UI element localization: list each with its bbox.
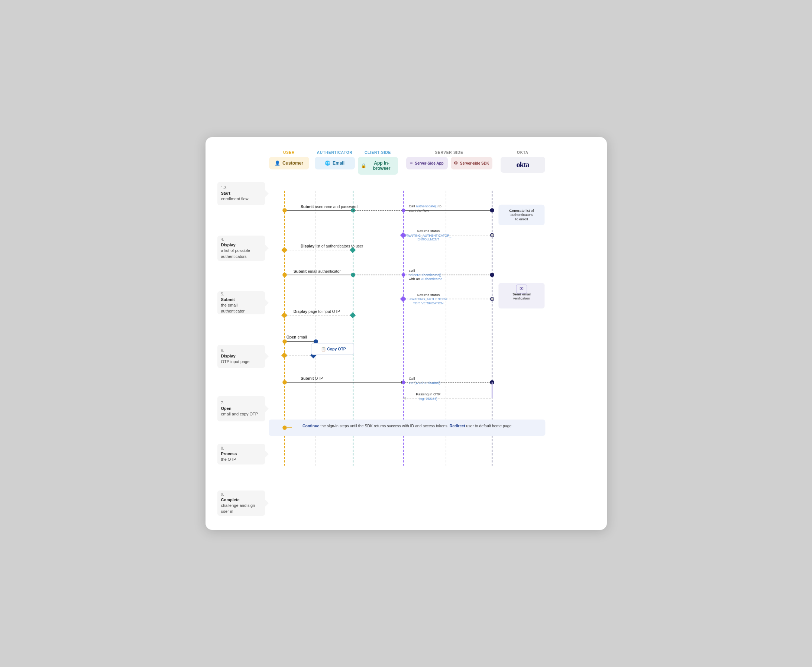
dot-user-4 [282, 273, 287, 277]
serverapp-icon: ≡ [410, 161, 412, 166]
callout-2-text2: verification [513, 296, 530, 300]
actor-browser: 🔒 App In-browser [358, 157, 398, 175]
steps-sidebar: 1-3. Start enrollment flow 4. Display a … [218, 182, 269, 516]
dia-client-6 [350, 312, 355, 318]
arrow-1-label: Submit username and password [300, 205, 357, 209]
step-8: 8. Process the OTP [218, 444, 265, 465]
col-client: CLIENT-SIDE 🔒 App In-browser [358, 151, 398, 175]
sequence-area: Submit username and password Call authen… [269, 182, 595, 516]
auth-label: AUTHENTICATOR [317, 151, 353, 154]
call-select-with: with an Authenticator [408, 277, 442, 281]
step-5: 5. Submit the email authenticator [218, 291, 265, 314]
customer-icon: 👤 [275, 161, 280, 166]
dot-client-4 [351, 273, 355, 277]
actor-serversdk: ⚙ Server-side SDK [451, 157, 492, 169]
dia-user-6 [281, 312, 287, 318]
callout-2-icon: ✉ [519, 286, 523, 291]
col-auth: AUTHENTICATOR 🌐 Email [316, 151, 354, 175]
actor-email: 🌐 Email [315, 157, 355, 169]
col-user: USER 👤 Customer [272, 151, 306, 175]
dot-okta-4 [490, 273, 494, 277]
arrow-3-label: Display list of authenticators to user [300, 244, 363, 248]
step-4: 4. Display a list of possible authentica… [218, 236, 265, 261]
callout-1-text2: authenticators [510, 212, 533, 217]
otp-example: (eg. 752136) [419, 397, 437, 401]
verify-call-code: verifyAuthenticator() [408, 380, 440, 385]
diagram-container: USER 👤 Customer AUTHENTICATOR 🌐 Email CL… [206, 137, 607, 530]
dot-serverapp-8 [401, 380, 405, 384]
returns-status-2: Returns status [417, 293, 440, 297]
callout-2-text: Send email [513, 292, 531, 296]
returns-status-1: Returns status [417, 229, 440, 233]
call-auth-label: Call authenticate() to [408, 204, 441, 208]
arrow-7-label: Open email [286, 335, 307, 339]
main-area: 1-3. Start enrollment flow 4. Display a … [218, 182, 595, 516]
step-7: 7. Open email and copy OTP [218, 396, 265, 421]
status-2: AWAITING_AUTHENTICA [409, 297, 447, 301]
dot-user-7 [282, 339, 287, 343]
continue-text: Continue the sign-in steps until the SDK… [302, 424, 512, 428]
client-label: CLIENT-SIDE [365, 151, 391, 154]
actor-customer: 👤 Customer [269, 157, 309, 169]
dia-okta-2 [490, 233, 494, 237]
sequence-svg: Submit username and password Call authen… [269, 182, 595, 487]
user-label: USER [283, 151, 295, 154]
callout-1-text: Generate list of [509, 209, 534, 212]
dia-user-7b [281, 352, 287, 358]
server-label: SERVER SIDE [435, 151, 463, 154]
dia-okta-5 [490, 297, 494, 301]
col-okta: OKTA okta [501, 151, 545, 175]
dot-user-8 [282, 380, 287, 384]
verify-call-label: Call [408, 377, 414, 380]
col-server: SERVER SIDE ≡ Server-Side App ⚙ Server-s… [405, 151, 494, 175]
arrow-8-label: Submit OTP [300, 377, 322, 380]
status-2b: TOR_VERIFICATION [413, 301, 443, 305]
dot-auth-7 [314, 339, 318, 343]
dot-serverapp-4 [401, 273, 405, 277]
okta-logo: okta [516, 161, 529, 169]
status-1b: ENROLLMENT [417, 237, 439, 241]
call-auth-label2: start the flow [408, 209, 428, 212]
passing-otp-label: Passing in OTP [416, 392, 440, 396]
arrow-4-label: Submit email authenticator [293, 269, 341, 274]
arrow-8c-head [402, 397, 406, 400]
call-select-label: Call [408, 269, 414, 273]
dot-okta-1 [490, 208, 494, 212]
okta-label: OKTA [517, 151, 528, 154]
callout-1-text3: to enroll [515, 217, 528, 221]
step-1-3: 1-3. Start enrollment flow [218, 182, 265, 205]
dia-user-3 [281, 247, 287, 253]
call-select-code: selectAuthenticator() [408, 273, 441, 277]
step-6: 6. Display OTP input page [218, 345, 265, 368]
browser-icon: 🔒 [361, 163, 367, 168]
dot-client-1 [351, 208, 355, 212]
column-headers: USER 👤 Customer AUTHENTICATOR 🌐 Email CL… [272, 151, 595, 175]
dot-user-9 [282, 425, 287, 430]
copy-otp-label: 📋 Copy OTP [321, 347, 346, 352]
email-icon: 🌐 [325, 161, 330, 166]
serversdk-icon: ⚙ [454, 161, 458, 166]
dot-user-1 [282, 208, 287, 212]
arrow-6-label: Display page to input OTP [293, 310, 340, 314]
status-1: AWAITING_AUTHENTICATOR_ [405, 234, 451, 237]
actor-okta: okta [501, 157, 545, 173]
dot-serverapp-1 [401, 209, 405, 212]
dia-serverapp-5 [400, 296, 406, 302]
step-9: 9. Complete challenge and sign user in [218, 491, 265, 516]
actor-serverapp: ≡ Server-Side App [406, 157, 448, 169]
